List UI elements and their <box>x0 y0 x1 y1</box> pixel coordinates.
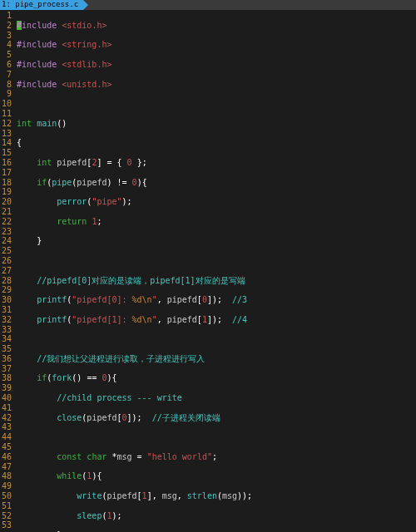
fn-name: perror <box>57 197 87 206</box>
comment: //子进程关闭读端 <box>152 413 220 422</box>
lineno: 34 <box>2 334 12 344</box>
file-tab[interactable]: 1: pipe_process.c <box>0 0 83 10</box>
lineno: 23 <box>2 227 12 237</box>
header: <stdio.h> <box>62 21 106 30</box>
code-line: int main() <box>17 119 317 129</box>
lineno: 40 <box>2 393 12 403</box>
editor[interactable]: 1 2 3 4 5 6 7 8 9 10 11 12 13 14 15 16 1… <box>0 10 416 532</box>
lineno: 10 <box>2 99 12 109</box>
string: "hello world" <box>147 452 212 461</box>
ident: pipefd <box>57 158 87 167</box>
ident: msg <box>162 491 177 500</box>
lineno: 14 <box>2 138 12 148</box>
code-line <box>17 334 317 344</box>
lineno: 16 <box>2 158 12 168</box>
lineno: 51 <box>2 501 12 511</box>
lineno: 1 <box>2 11 12 21</box>
preproc: include <box>22 21 57 30</box>
lineno: 44 <box>2 432 12 442</box>
lineno: 8 <box>2 80 12 90</box>
code-line: printf("pipefd[0]: %d\n", pipefd[0]); //… <box>17 295 317 305</box>
comment: //child process --- write <box>57 393 182 402</box>
ident: msg <box>117 452 132 461</box>
fn-name: strlen <box>187 491 217 500</box>
type: int <box>17 119 32 128</box>
ident: pipefd <box>77 178 106 187</box>
code-line: printf("pipefd[1]: %d\n", pipefd[1]); //… <box>17 315 317 325</box>
code-line: //pipefd[0]对应的是读端，pipefd[1]对应的是写端 <box>17 276 317 286</box>
type: char <box>87 452 106 461</box>
fmt: %d <box>132 295 142 304</box>
fn-name: sleep <box>77 511 102 520</box>
code-line: close(pipefd[0]); //子进程关闭读端 <box>17 413 317 423</box>
code-line: #include <string.h> <box>17 40 317 50</box>
header: <string.h> <box>62 40 111 49</box>
line-numbers: 1 2 3 4 5 6 7 8 9 10 11 12 13 14 15 16 1… <box>0 11 17 532</box>
title-bar: 1: pipe_process.c <box>0 0 416 10</box>
lineno: 12 <box>2 119 12 129</box>
kw: while <box>57 471 82 480</box>
preproc: #include <box>17 40 57 49</box>
lineno: 6 <box>2 60 12 70</box>
string: "pipe" <box>92 197 121 206</box>
code-line: } <box>17 236 317 246</box>
type: const <box>57 452 82 461</box>
tab-filename: pipe_process.c <box>15 0 78 10</box>
lineno: 39 <box>2 383 12 393</box>
fn-name: pipe <box>52 178 72 187</box>
code-area[interactable]: #include <stdio.h> #include <string.h> #… <box>17 11 317 532</box>
code-line <box>17 432 317 442</box>
lineno: 26 <box>2 256 12 266</box>
lineno: 45 <box>2 442 12 452</box>
lineno: 19 <box>2 187 12 197</box>
code-line: sleep(1); <box>17 511 317 521</box>
code-line: int pipefd[2] = { 0 }; <box>17 158 317 168</box>
lineno: 3 <box>2 31 12 41</box>
code-line: if(fork() == 0){ <box>17 373 317 383</box>
lineno: 22 <box>2 217 12 227</box>
comment: //4 <box>232 315 247 324</box>
code-line: perror("pipe"); <box>17 197 317 207</box>
esc: \n <box>142 315 152 324</box>
lineno: 9 <box>2 89 12 99</box>
lineno: 4 <box>2 40 12 50</box>
preproc: #include <box>17 80 57 89</box>
lineno: 18 <box>2 178 12 188</box>
lineno: 27 <box>2 266 12 276</box>
lineno: 7 <box>2 70 12 80</box>
lineno: 31 <box>2 305 12 315</box>
lineno: 2 <box>2 21 12 31</box>
code-line: return 1; <box>17 217 317 227</box>
code-line: write(pipefd[1], msg, strlen(msg)); <box>17 491 317 501</box>
comment: //3 <box>232 295 247 304</box>
code-line: //我们想让父进程进行读取，子进程进行写入 <box>17 354 317 364</box>
code-line <box>17 99 317 109</box>
lineno: 46 <box>2 452 12 462</box>
lineno: 32 <box>2 315 12 325</box>
ident: pipefd <box>167 315 197 324</box>
lineno: 17 <box>2 168 12 178</box>
lineno: 30 <box>2 295 12 305</box>
header: <unistd.h> <box>62 80 111 89</box>
tab-index: 1: <box>2 0 11 10</box>
lineno: 5 <box>2 50 12 60</box>
lineno: 28 <box>2 276 12 286</box>
fn-name: printf <box>37 295 67 304</box>
kw: return <box>57 217 87 226</box>
ident: msg <box>222 491 237 500</box>
type: int <box>37 158 52 167</box>
code-line: { <box>17 138 317 148</box>
lineno: 11 <box>2 109 12 119</box>
lineno: 47 <box>2 462 12 472</box>
comment: //pipefd[0]对应的是读端，pipefd[1]对应的是写端 <box>37 276 245 285</box>
string: "pipefd[1]: <box>72 315 131 324</box>
fn-name: close <box>57 413 82 422</box>
lineno: 52 <box>2 511 12 521</box>
lineno: 33 <box>2 325 12 335</box>
lineno: 49 <box>2 481 12 491</box>
lineno: 24 <box>2 236 12 246</box>
header: <stdlib.h> <box>62 60 111 69</box>
lineno: 13 <box>2 129 12 139</box>
kw: if <box>37 373 47 382</box>
kw: if <box>37 178 47 187</box>
